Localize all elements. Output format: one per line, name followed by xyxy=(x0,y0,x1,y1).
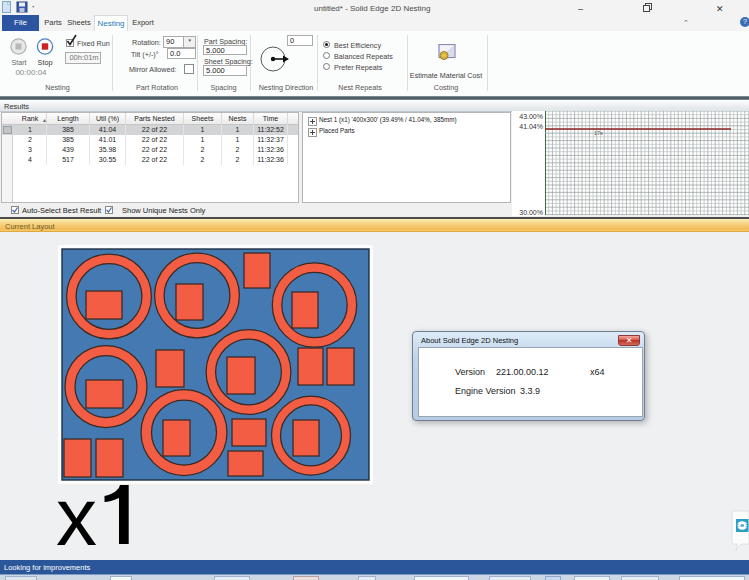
svg-text:17s: 17s xyxy=(594,130,603,136)
